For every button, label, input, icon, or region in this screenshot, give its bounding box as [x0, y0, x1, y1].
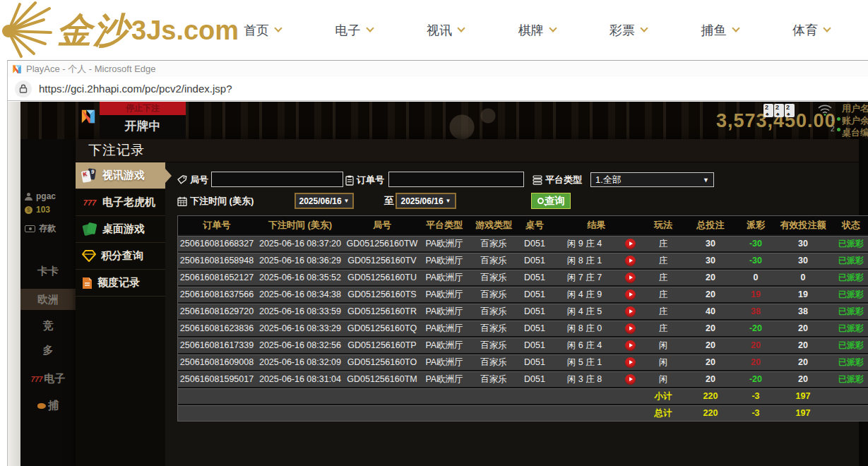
table-row: 250616081609008 2025-06-16 08:32:09 GD05…: [178, 354, 868, 370]
cell-bet: 20: [684, 323, 737, 333]
lock-icon[interactable]: [15, 80, 32, 97]
cell-game: 百家乐: [469, 289, 518, 301]
nav-item-fishing[interactable]: 捕鱼: [701, 22, 739, 39]
cell-valid: 19: [775, 289, 831, 299]
cell-platform: PA欧洲厅: [420, 272, 469, 284]
cell-playtype: 闲: [642, 340, 684, 352]
sidebar-item-slot-machines[interactable]: 777 电子老虎机: [76, 189, 165, 216]
sidebar-item-quota-record[interactable]: 额度记录: [76, 270, 165, 297]
play-icon: [629, 326, 633, 330]
dropdown-arrow-icon: ▼: [703, 177, 709, 184]
nav-item-poker[interactable]: 棋牌: [518, 22, 556, 39]
cell-playtype: 庄: [642, 306, 684, 318]
bg-menu-item: 竞: [20, 319, 76, 333]
col-table: 桌号: [518, 219, 551, 232]
play-video-button[interactable]: [625, 239, 636, 249]
cell-payout: -30: [737, 256, 775, 265]
cell-status: 已派彩: [831, 289, 868, 301]
play-video-button[interactable]: [625, 256, 636, 266]
cell-table: D051: [518, 340, 551, 350]
cell-playtype: 闲: [642, 357, 684, 369]
nav-item-slots[interactable]: 电子: [335, 22, 373, 39]
platform-type-value: 1.全部: [595, 174, 622, 186]
nav-item-sports[interactable]: 体育: [792, 22, 830, 39]
play-video-button[interactable]: [625, 374, 636, 385]
popup-window: PlayAce - 个人 - Microsoft Edge https://gc…: [7, 60, 868, 466]
cell-game: 百家乐: [469, 374, 518, 386]
play-video-button[interactable]: [625, 323, 636, 334]
main-nav: 首页 电子 视讯 棋牌 彩票 捕鱼 体育: [244, 0, 830, 60]
game-status-banner: 停止下注 开牌中: [100, 102, 186, 139]
site-logo[interactable]: 金沙 3Js.com: [0, 1, 239, 60]
modal-title-bar: 下注记录: [76, 139, 859, 162]
platform-type-select[interactable]: 1.全部 ▼: [590, 172, 714, 187]
cell-platform: PA欧洲厅: [420, 255, 469, 267]
cell-platform: PA欧洲厅: [420, 238, 469, 250]
cell-platform: PA欧洲厅: [420, 374, 469, 386]
deposit-button[interactable]: 存款: [25, 222, 56, 234]
cell-valid: 30: [775, 239, 831, 249]
sunburst-logo-icon: [0, 1, 57, 60]
col-status: 状态: [831, 219, 868, 232]
col-time: 下注时间 (美东): [256, 219, 345, 232]
cell-game: 百家乐: [469, 323, 518, 335]
nav-item-home[interactable]: 首页: [244, 22, 281, 39]
sidebar-label: 额度记录: [97, 276, 140, 289]
cell-round: GD051256160TW: [345, 239, 420, 249]
cell-payout: 19: [737, 289, 775, 299]
col-order: 订单号: [178, 219, 256, 232]
cell-result: 闲 4 庄 5: [551, 306, 618, 318]
slot-777-icon: 777: [82, 198, 97, 207]
date-to-select[interactable]: 2025/06/16 ▼: [396, 193, 456, 209]
play-video-button[interactable]: [625, 357, 636, 368]
bg-menu-item-active: 欧洲: [20, 289, 76, 310]
nav-item-live[interactable]: 视讯: [427, 22, 464, 39]
cell-game: 百家乐: [469, 255, 518, 267]
nav-item-lottery[interactable]: 彩票: [610, 22, 647, 39]
play-video-button[interactable]: [625, 273, 636, 283]
round-number-input[interactable]: [211, 172, 343, 187]
sidebar-item-points-query[interactable]: 积分查询: [76, 243, 165, 270]
chevron-down-icon: [457, 24, 465, 32]
order-number-label: 订单号: [345, 174, 384, 186]
playing-card: 2♣: [785, 104, 795, 117]
search-button[interactable]: 查询: [531, 193, 571, 209]
total-payout: -3: [737, 408, 775, 418]
tag-icon: [177, 175, 187, 185]
cell-status: 已派彩: [831, 374, 868, 386]
calendar-icon: [177, 196, 187, 206]
table-row: 250616081617339 2025-06-16 08:32:56 GD05…: [178, 337, 868, 353]
cell-playtype: 庄: [642, 323, 684, 335]
road-numbers: 1 2: [831, 113, 840, 134]
play-video-button[interactable]: [625, 340, 636, 351]
fish-icon: [37, 403, 46, 409]
date-from-select[interactable]: 2025/06/16 ▼: [295, 193, 354, 209]
deposit-label: 存款: [39, 222, 56, 234]
play-video-button[interactable]: [625, 289, 636, 300]
balance-text: 103: [36, 205, 50, 215]
total-row: 总计 220 -3 197: [178, 405, 868, 421]
sidebar-item-table-games[interactable]: 桌面游戏: [76, 216, 165, 243]
diamond-icon: [82, 250, 96, 262]
address-bar[interactable]: https://gci.2hhapi.com/pc/pcv2/index.jsp…: [8, 77, 868, 101]
subtotal-valid: 197: [775, 391, 831, 401]
banknote-icon: [25, 225, 35, 232]
subtotal-payout: -3: [737, 391, 775, 401]
logo-text-cn: 金沙: [57, 7, 130, 54]
cell-table: D051: [518, 323, 551, 333]
cell-valid: 20: [775, 340, 831, 350]
play-icon: [629, 258, 633, 263]
cell-valid: 38: [775, 306, 831, 316]
cell-payout: 20: [737, 357, 775, 367]
order-number-input[interactable]: [388, 172, 524, 187]
cell-table: D051: [518, 273, 551, 282]
play-video-button[interactable]: [625, 306, 636, 317]
cell-order: 250616081629720: [178, 306, 256, 316]
sidebar-item-live-games[interactable]: 9K 视讯游戏: [76, 162, 165, 189]
casino-page: PLAYACE 停止下注 开牌中 3,573,450.00 2♣ 2♣ 2♣: [20, 102, 868, 466]
cell-result: 闲 7 庄 7: [551, 272, 618, 284]
cell-status: 已派彩: [831, 323, 868, 335]
chevron-down-icon: [640, 24, 648, 32]
nav-label: 体育: [792, 22, 818, 39]
cell-time: 2025-06-16 08:33:59: [256, 306, 345, 316]
